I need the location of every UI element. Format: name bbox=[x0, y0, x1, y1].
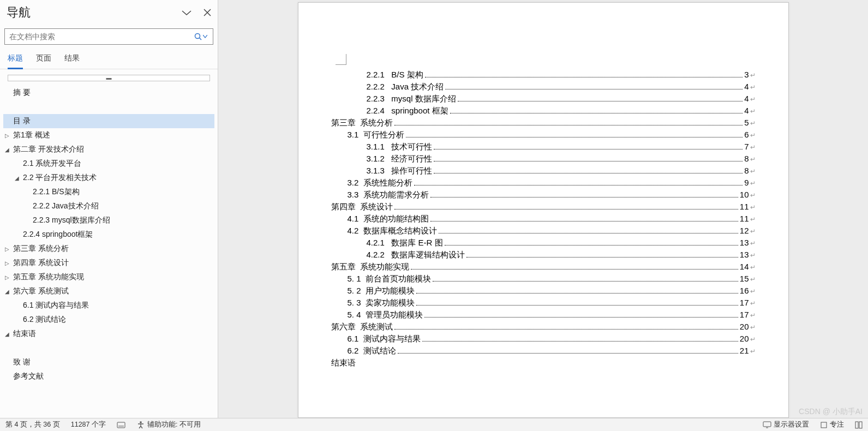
outline-item[interactable]: 2.2.2 Java技术介绍 bbox=[3, 199, 214, 213]
toc-entry[interactable]: 第四章 系统设计11↵ bbox=[331, 202, 756, 212]
paragraph-mark-icon: ↵ bbox=[750, 216, 756, 223]
outline-label: 2.1 系统开发平台 bbox=[21, 159, 81, 169]
outline-item[interactable]: ◢第二章 开发技术介绍 bbox=[3, 142, 214, 157]
svg-point-3 bbox=[140, 421, 142, 423]
toc-entry[interactable]: 5. 1 前台首页功能模块15↵ bbox=[331, 274, 756, 284]
outline-item[interactable]: 2.1 系统开发平台 bbox=[3, 157, 214, 171]
nav-tab-1[interactable]: 页面 bbox=[36, 49, 51, 69]
svg-point-0 bbox=[195, 34, 200, 39]
caret-down-icon[interactable]: ◢ bbox=[3, 331, 11, 337]
outline-item[interactable]: ▷第四章 系统设计 bbox=[3, 256, 214, 270]
outline-item[interactable]: 2.2.3 mysql数据库介绍 bbox=[3, 213, 214, 228]
caret-right-icon[interactable]: ▷ bbox=[3, 260, 11, 266]
toc-entry[interactable]: 6.1 测试内容与结果20↵ bbox=[331, 334, 756, 344]
toc-entry[interactable]: 3.1.2 经济可行性8↵ bbox=[331, 154, 756, 164]
toc-entry[interactable]: 2.2.4 springboot 框架4↵ bbox=[331, 106, 756, 116]
svg-line-1 bbox=[200, 38, 202, 40]
outline-tree: 摘 要 目 录▷第1章 概述◢第二章 开发技术介绍2.1 系统开发平台◢2.2 … bbox=[0, 86, 218, 418]
toc-entry: 结束语 bbox=[331, 358, 756, 368]
toc-entry[interactable]: 3.3 系统功能需求分析10↵ bbox=[331, 190, 756, 200]
outline-label bbox=[11, 103, 15, 111]
paragraph-mark-icon: ↵ bbox=[750, 191, 756, 199]
toc-entry[interactable]: 4.2.1 数据库 E-R 图13↵ bbox=[331, 238, 756, 248]
status-bar: 第 4 页，共 36 页 11287 个字 辅助功能: 不可用 显示器设置 专注 bbox=[0, 418, 868, 431]
caret-right-icon[interactable]: ▷ bbox=[3, 274, 11, 280]
outline-item[interactable]: 6.2 测试结论 bbox=[3, 313, 214, 327]
toc-entry[interactable]: 2.2.2 Java 技术介绍4↵ bbox=[331, 82, 756, 92]
status-view-icon[interactable] bbox=[855, 421, 863, 429]
outline-item[interactable]: ◢2.2 平台开发相关技术 bbox=[3, 171, 214, 185]
outline-label: 2.2.2 Java技术介绍 bbox=[31, 201, 99, 211]
outline-label: 第二章 开发技术介绍 bbox=[11, 145, 84, 154]
toc-entry[interactable]: 4.2 数据库概念结构设计12↵ bbox=[331, 226, 756, 236]
caret-right-icon[interactable]: ▷ bbox=[3, 246, 11, 252]
toc-entry[interactable]: 3.1 可行性分析6↵ bbox=[331, 130, 756, 140]
outline-item[interactable]: 目 录 bbox=[3, 114, 214, 128]
outline-label: 第1章 概述 bbox=[11, 130, 50, 140]
outline-item[interactable]: ▷第五章 系统功能实现 bbox=[3, 270, 214, 284]
toc-entry[interactable]: 3.1.3 操作可行性8↵ bbox=[331, 166, 756, 176]
outline-item[interactable]: 2.2.4 springboot框架 bbox=[3, 228, 214, 242]
paragraph-mark-icon: ↵ bbox=[750, 131, 756, 139]
outline-item[interactable]: 2.2.1 B/S架构 bbox=[3, 185, 214, 199]
paragraph-mark-icon: ↵ bbox=[750, 264, 756, 271]
outline-label: 参考文献 bbox=[11, 372, 44, 381]
outline-item[interactable]: ▷第三章 系统分析 bbox=[3, 242, 214, 256]
toc-entry[interactable]: 5. 3 卖家功能模块17↵ bbox=[331, 298, 756, 308]
svg-rect-6 bbox=[855, 422, 858, 428]
toc-entry[interactable]: 6.2 测试结论21↵ bbox=[331, 346, 756, 356]
outline-item[interactable]: 参考文献 bbox=[3, 369, 214, 384]
toc-entry[interactable]: 3.1.1 技术可行性7↵ bbox=[331, 142, 756, 152]
nav-tab-2[interactable]: 结果 bbox=[64, 49, 80, 69]
collapse-icon[interactable] bbox=[182, 9, 191, 16]
jump-to-top[interactable]: ▬ bbox=[8, 75, 210, 81]
nav-tab-0[interactable]: 标题 bbox=[8, 49, 23, 69]
caret-down-icon[interactable]: ◢ bbox=[3, 289, 11, 295]
paragraph-mark-icon: ↵ bbox=[750, 167, 756, 175]
status-lang-icon[interactable] bbox=[117, 421, 125, 429]
toc-entry[interactable]: 5. 4 管理员功能模块17↵ bbox=[331, 310, 756, 320]
toc-entry[interactable]: 3.2 系统性能分析9↵ bbox=[331, 178, 756, 188]
paragraph-mark-icon: ↵ bbox=[750, 228, 756, 235]
outline-label: 结束语 bbox=[11, 329, 36, 339]
paragraph-mark-icon: ↵ bbox=[750, 324, 756, 331]
search-button[interactable] bbox=[189, 33, 213, 40]
paragraph-mark-icon: ↵ bbox=[750, 240, 756, 247]
outline-item[interactable] bbox=[3, 100, 214, 114]
toc-entry[interactable]: 2.2.3 mysql 数据库介绍4↵ bbox=[331, 94, 756, 104]
caret-right-icon[interactable]: ▷ bbox=[3, 133, 11, 139]
outline-item[interactable]: 6.1 测试内容与结果 bbox=[3, 298, 214, 313]
outline-item[interactable]: ◢结束语 bbox=[3, 327, 214, 341]
nav-pane: 导航 标题页面结果 ▬ 摘 要 目 录▷第1章 概述◢第二章 开发技术介绍2.1… bbox=[0, 0, 218, 418]
caret-down-icon[interactable]: ◢ bbox=[3, 147, 11, 153]
outline-item[interactable]: ◢第六章 系统测试 bbox=[3, 284, 214, 298]
toc-entry[interactable]: 第三章 系统分析5↵ bbox=[331, 118, 756, 128]
status-display-settings[interactable]: 显示器设置 bbox=[763, 420, 809, 429]
toc-entry[interactable]: 2.2.1 B/S 架构3↵ bbox=[331, 70, 756, 80]
outline-item[interactable]: 摘 要 bbox=[3, 86, 214, 100]
outline-label: 目 录 bbox=[11, 116, 31, 126]
document-viewport[interactable]: 2.2.1 B/S 架构3↵2.2.2 Java 技术介绍4↵2.2.3 mys… bbox=[218, 0, 868, 418]
toc-entry[interactable]: 5. 2 用户功能模块16↵ bbox=[331, 286, 756, 296]
toc-entry[interactable]: 第六章 系统测试20↵ bbox=[331, 322, 756, 332]
margin-marker bbox=[336, 54, 346, 65]
status-wordcount[interactable]: 11287 个字 bbox=[71, 420, 106, 429]
caret-down-icon[interactable]: ◢ bbox=[13, 175, 21, 181]
close-icon[interactable] bbox=[203, 9, 211, 16]
search-input[interactable] bbox=[5, 29, 189, 44]
svg-rect-4 bbox=[763, 422, 771, 427]
status-page[interactable]: 第 4 页，共 36 页 bbox=[5, 420, 60, 429]
paragraph-mark-icon: ↵ bbox=[750, 107, 756, 115]
outline-item[interactable]: 致 谢 bbox=[3, 355, 214, 369]
paragraph-mark-icon: ↵ bbox=[750, 71, 756, 79]
paragraph-mark-icon: ↵ bbox=[750, 155, 756, 163]
outline-item[interactable] bbox=[3, 341, 214, 355]
toc-entry[interactable]: 4.2.2 数据库逻辑结构设计13↵ bbox=[331, 250, 756, 260]
toc-entry[interactable]: 第五章 系统功能实现14↵ bbox=[331, 262, 756, 272]
toc-entry[interactable]: 4.1 系统的功能结构图11↵ bbox=[331, 214, 756, 224]
outline-item[interactable]: ▷第1章 概述 bbox=[3, 128, 214, 142]
paragraph-mark-icon: ↵ bbox=[750, 348, 756, 355]
outline-label: 第四章 系统设计 bbox=[11, 258, 69, 268]
status-focus[interactable]: 专注 bbox=[820, 420, 844, 429]
status-accessibility[interactable]: 辅助功能: 不可用 bbox=[136, 420, 201, 429]
